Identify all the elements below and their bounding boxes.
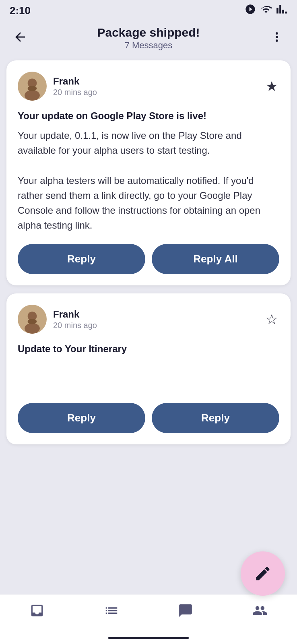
list-icon [104,603,119,621]
status-time: 2:10 [10,4,31,17]
avatar-2 [18,305,47,334]
email-list: Frank 20 mins ago ★ Your update on Googl… [0,57,297,594]
fab-container [241,551,285,596]
nav-item-list[interactable] [74,600,149,625]
svg-point-7 [28,319,37,324]
header: Package shipped! 7 Messages [0,21,297,57]
sender-info-1: Frank 20 mins ago [53,76,97,97]
notification-icon [245,4,256,17]
sender-name-1: Frank [53,76,97,87]
svg-point-2 [25,90,40,101]
email-subject-2: Update to Your Itinerary [18,343,279,355]
header-center: Package shipped! 7 Messages [31,26,266,51]
card-header-2: Frank 20 mins ago ☆ [18,305,279,334]
card-header-left-2: Frank 20 mins ago [18,305,97,334]
status-bar: 2:10 [0,0,297,21]
compose-fab-button[interactable] [241,551,285,596]
sender-info-2: Frank 20 mins ago [53,309,97,330]
home-indicator-container [0,633,297,644]
email-subject-1: Your update on Google Play Store is live… [18,110,279,122]
status-icons [245,4,287,17]
home-indicator [108,637,189,639]
card-actions-2: Reply Reply [18,403,279,433]
chat-icon [178,603,193,621]
card-header-1: Frank 20 mins ago ★ [18,72,279,101]
reply-all-button-2[interactable]: Reply [152,403,279,433]
nav-item-contacts[interactable] [223,600,297,625]
message-count: 7 Messages [125,40,173,51]
send-time-2: 20 mins ago [53,321,97,330]
inbox-icon [29,603,45,621]
avatar-1 [18,72,47,101]
svg-point-6 [25,323,40,334]
nav-item-inbox[interactable] [0,600,74,625]
page-title: Package shipped! [97,26,200,39]
svg-point-3 [28,86,37,91]
wifi-icon [260,4,272,17]
back-button[interactable] [10,27,31,50]
star-button-1[interactable]: ★ [264,76,279,96]
reply-all-button-1[interactable]: Reply All [152,244,279,274]
nav-item-chat[interactable] [148,600,223,625]
contacts-icon [252,603,268,621]
signal-icon [276,4,287,17]
card-actions-1: Reply Reply All [18,244,279,274]
send-time-1: 20 mins ago [53,88,97,97]
reply-button-1[interactable]: Reply [18,244,145,274]
card-header-left-1: Frank 20 mins ago [18,72,97,101]
email-body-1: Your update, 0.1.1, is now live on the P… [18,128,279,233]
email-card-1: Frank 20 mins ago ★ Your update on Googl… [6,60,291,285]
bottom-nav [0,594,297,633]
reply-button-2[interactable]: Reply [18,403,145,433]
more-options-button[interactable] [266,27,287,50]
sender-name-2: Frank [53,309,97,320]
email-card-2: Frank 20 mins ago ☆ Update to Your Itine… [6,293,291,444]
star-button-2[interactable]: ☆ [264,310,279,329]
